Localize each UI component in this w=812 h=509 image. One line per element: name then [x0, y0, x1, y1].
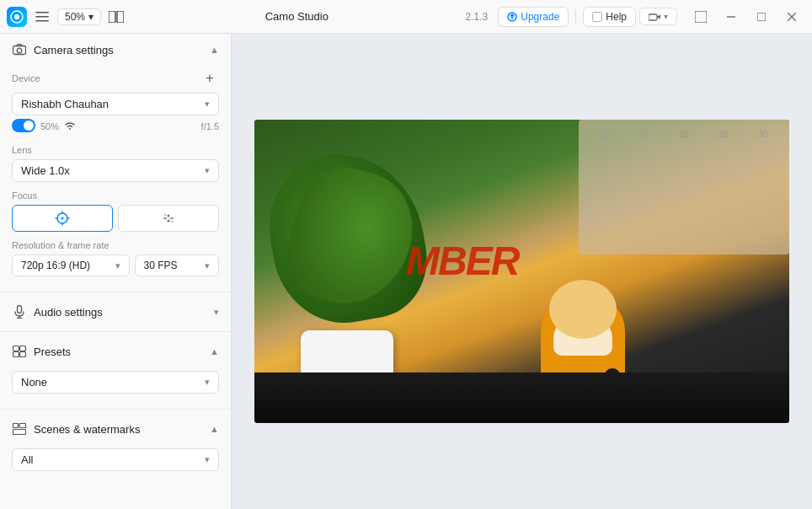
svg-rect-10	[695, 11, 707, 23]
svg-rect-29	[18, 306, 22, 313]
focus-auto-button[interactable]	[12, 205, 113, 232]
divider-3	[0, 409, 231, 410]
svg-point-18	[61, 217, 64, 220]
preset-value: None	[21, 376, 47, 388]
lens-dropdown[interactable]: Wide 1.0x ▾	[12, 159, 219, 182]
scene-value: All	[21, 453, 33, 466]
svg-rect-9	[649, 14, 657, 20]
zoom-value: 50%	[65, 11, 85, 23]
resolution-chevron-icon: ▾	[115, 260, 120, 271]
camera-device-button[interactable]: ▾	[639, 8, 677, 25]
close-button[interactable]	[778, 5, 805, 29]
battery-icon	[12, 119, 35, 133]
table-surface	[254, 372, 789, 423]
fps-chevron-icon: ▾	[205, 260, 210, 271]
app-logo	[7, 7, 27, 27]
zoom-selector[interactable]: 50% ▾	[57, 8, 101, 25]
scenes-chevron-icon: ▲	[210, 424, 219, 434]
svg-rect-32	[13, 346, 19, 351]
help-label: Help	[606, 11, 627, 23]
maximize-button[interactable]	[748, 5, 775, 29]
svg-rect-38	[13, 430, 26, 435]
svg-point-25	[168, 215, 170, 217]
scenes-content: All ▾	[0, 445, 231, 483]
window-controls	[687, 5, 805, 29]
sidebar-toggle-win-button[interactable]	[687, 5, 714, 29]
focus-controls	[12, 205, 219, 232]
svg-rect-4	[35, 20, 49, 22]
audio-settings-label: Audio settings	[34, 306, 207, 319]
camera-settings-section-header[interactable]: Camera settings ▲	[0, 34, 231, 66]
preset-chevron-icon: ▾	[205, 377, 210, 388]
fps-dropdown[interactable]: 30 FPS ▾	[135, 254, 219, 276]
device-dropdown-chevron-icon: ▾	[205, 99, 210, 110]
focus-label: Focus	[12, 190, 219, 201]
resolution-dropdown[interactable]: 720p 16:9 (HD) ▾	[12, 254, 130, 276]
background-text: MBER	[406, 238, 518, 284]
audio-settings-chevron-icon: ▾	[214, 307, 219, 318]
scene-chevron-icon: ▾	[205, 454, 210, 465]
sidebar: Camera settings ▲ Device + Rishabh Chauh…	[0, 34, 232, 509]
wifi-icon	[64, 121, 76, 132]
svg-rect-6	[117, 11, 124, 23]
fps-value: 30 FPS	[144, 260, 178, 271]
audio-settings-section-header[interactable]: Audio settings ▾	[0, 296, 231, 328]
focus-manual-button[interactable]	[118, 205, 219, 232]
presets-chevron-icon: ▲	[210, 346, 219, 356]
preview-image: 26 27 28 29 30 MBER	[254, 120, 789, 423]
lens-label: Lens	[12, 145, 219, 155]
camera-settings-chevron-icon: ▲	[210, 45, 219, 55]
svg-rect-35	[20, 352, 26, 357]
main-content: Camera settings ▲ Device + Rishabh Chauh…	[0, 34, 812, 509]
upgrade-button[interactable]: Upgrade	[498, 7, 569, 27]
preset-dropdown[interactable]: None ▾	[12, 371, 219, 394]
presets-icon	[12, 344, 27, 359]
layout-toggle-button[interactable]	[104, 5, 128, 29]
svg-rect-33	[20, 346, 26, 351]
svg-line-28	[171, 221, 173, 222]
calendar-bg: 26 27 28 29 30	[579, 120, 789, 254]
divider-2	[0, 331, 231, 332]
sidebar-toggle-button[interactable]	[30, 5, 54, 29]
device-row: Device +	[12, 69, 219, 88]
presets-section-header[interactable]: Presets ▲	[0, 335, 231, 367]
battery-pct: 50%	[40, 121, 59, 131]
battery-info-left: 50%	[12, 119, 76, 133]
scenes-section-header[interactable]: Scenes & watermarks ▲	[0, 413, 231, 445]
camera-settings-icon	[12, 42, 27, 57]
calendar-days: 26 27 28 29 30	[585, 130, 783, 139]
scenes-icon	[12, 421, 27, 437]
resolution-row: 720p 16:9 (HD) ▾ 30 FPS ▾	[12, 254, 219, 276]
svg-line-27	[164, 214, 166, 216]
camera-preview-area: 26 27 28 29 30 MBER	[232, 34, 812, 509]
scene-dropdown[interactable]: All ▾	[12, 448, 219, 471]
battery-info-row: 50% f/1.5	[12, 115, 219, 137]
calendar-content: 26 27 28 29 30	[579, 120, 789, 154]
device-dropdown[interactable]: Rishabh Chauhan ▾	[12, 93, 219, 115]
svg-rect-37	[19, 424, 26, 428]
svg-rect-3	[35, 16, 49, 18]
svg-point-1	[14, 14, 19, 19]
camera-settings-content: Device + Rishabh Chauhan ▾ 50%	[0, 66, 231, 288]
scenes-label: Scenes & watermarks	[34, 423, 203, 436]
app-version: 2.1.3	[466, 11, 489, 23]
zoom-chevron-icon: ▾	[88, 11, 93, 23]
svg-rect-2	[35, 12, 49, 13]
titlebar: 50% ▾ Camo Studio 2.1.3 Upgrade Help ▾	[0, 0, 812, 34]
presets-label: Presets	[34, 346, 203, 358]
add-device-button[interactable]: +	[200, 69, 219, 88]
camera-preview: 26 27 28 29 30 MBER	[254, 120, 789, 423]
device-label: Device	[12, 73, 40, 83]
camera-settings-label: Camera settings	[34, 44, 203, 56]
app-title: Camo Studio	[131, 10, 462, 23]
help-button[interactable]: Help	[583, 7, 636, 27]
cam-chevron: ▾	[664, 12, 668, 21]
svg-point-26	[168, 220, 170, 222]
divider-1	[0, 292, 231, 292]
divider	[575, 8, 576, 25]
resolution-value: 720p 16:9 (HD)	[21, 260, 90, 271]
aperture-value: f/1.5	[201, 121, 219, 131]
svg-rect-5	[109, 11, 115, 23]
minimize-button[interactable]	[718, 5, 745, 29]
lens-dropdown-chevron-icon: ▾	[205, 165, 210, 176]
